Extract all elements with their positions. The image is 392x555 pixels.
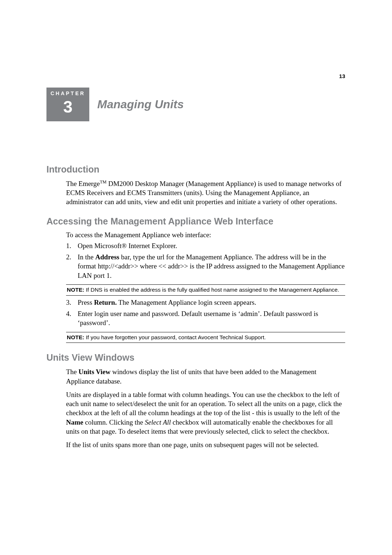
section-heading-accessing: Accessing the Management Appliance Web I… [46,216,345,227]
page-content: CHAPTER 3 Managing Units Introduction Th… [46,72,345,450]
step-number: 2. [66,252,78,280]
text: The Management Appliance login screen ap… [117,299,256,306]
note-box: NOTE: If you have forgotten your passwor… [66,332,345,343]
chapter-title: Managing Units [97,98,184,121]
step-text: Open Microsoft® Internet Explorer. [78,241,177,250]
step-text: In the Address bar, type the url for the… [78,252,345,280]
chapter-header: CHAPTER 3 Managing Units [46,88,345,121]
list-item: 3. Press Return. The Management Applianc… [66,298,345,307]
list-item: 1. Open Microsoft® Internet Explorer. [66,241,345,250]
access-steps: 1. Open Microsoft® Internet Explorer. 2.… [66,241,345,280]
list-item: 2. In the Address bar, type the url for … [66,252,345,280]
step-number: 4. [66,309,78,328]
text: DM2000 Desktop Manager (Management Appli… [66,180,342,206]
units-para-3: If the list of units spans more than one… [66,440,345,449]
text: In the [78,253,95,261]
text: The [66,368,78,376]
note-label: NOTE: [67,287,84,293]
italic-text: Select All [145,418,171,426]
step-text: Enter login user name and password. Defa… [78,309,345,328]
bold-text: Name [66,418,83,426]
list-item: 4. Enter login user name and password. D… [66,309,345,328]
note-text: If you have forgotten your password, con… [84,334,266,340]
units-para-1: The Units View windows display the list … [66,367,345,386]
units-para-2: Units are displayed in a table format wi… [66,390,345,436]
text: Press [78,299,94,306]
section-heading-introduction: Introduction [46,164,345,175]
step-number: 3. [66,298,78,307]
step-number: 1. [66,241,78,250]
note-label: NOTE: [67,334,84,340]
text: column. Clicking the [83,418,144,426]
note-text: If DNS is enabled the address is the ful… [84,287,339,293]
text: The Emerge [66,180,100,187]
chapter-number: 3 [46,98,89,116]
step-text: Press Return. The Management Appliance l… [78,298,256,307]
trademark-superscript: TM [100,179,107,185]
chapter-badge: CHAPTER 3 [46,88,89,121]
section-heading-units-view: Units View Windows [46,352,345,363]
bold-text: Address [95,253,119,261]
chapter-label: CHAPTER [46,90,89,96]
access-steps-cont: 3. Press Return. The Management Applianc… [66,298,345,328]
bold-text: Return. [94,299,117,306]
note-box: NOTE: If DNS is enabled the address is t… [66,284,345,296]
bold-text: Units View [78,368,110,376]
text: Units are displayed in a table format wi… [66,391,342,417]
access-lead: To access the Management Appliance web i… [66,231,345,239]
intro-paragraph: The EmergeTM DM2000 Desktop Manager (Man… [66,179,345,207]
